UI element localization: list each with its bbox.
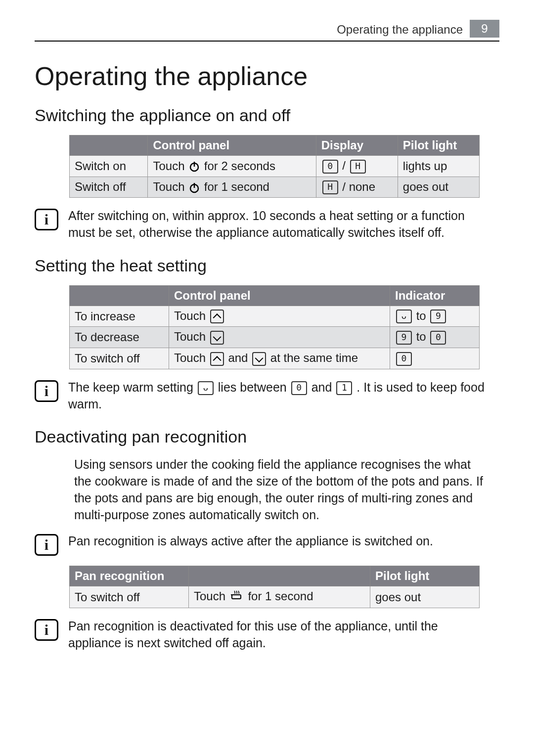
indicator-symbol-icon: 0 bbox=[430, 331, 446, 345]
display-symbol-icon: 0 bbox=[322, 160, 338, 174]
section-heat-heading: Setting the heat setting bbox=[35, 256, 499, 275]
info-note: The keep warm setting ᴗ lies between 0 a… bbox=[35, 379, 499, 413]
info-text: Pan recognition is always active after t… bbox=[68, 533, 433, 550]
indicator-symbol-icon: 1 bbox=[336, 381, 352, 395]
cell-label: To switch off bbox=[70, 348, 169, 369]
cell-label: To increase bbox=[70, 306, 169, 327]
info-icon bbox=[35, 619, 58, 641]
cell-label: To switch off bbox=[70, 586, 189, 608]
cell-display: H / none bbox=[316, 177, 398, 198]
cell-label: Switch on bbox=[70, 156, 148, 177]
keep-warm-symbol-icon: ᴗ bbox=[198, 381, 214, 395]
cell-control: Touch bbox=[169, 327, 390, 348]
indicator-symbol-icon: 9 bbox=[396, 331, 412, 345]
col-pilot-light: Pilot light bbox=[370, 566, 480, 586]
table-row: To increase Touch ᴗ to 9 bbox=[70, 306, 480, 327]
info-note: After switching on, within approx. 10 se… bbox=[35, 208, 499, 241]
display-symbol-icon: H bbox=[322, 180, 338, 194]
info-note: Pan recognition is always active after t… bbox=[35, 533, 499, 556]
cell-control: Touch for 1 second bbox=[148, 177, 316, 198]
col-blank bbox=[189, 566, 370, 586]
indicator-symbol-icon: ᴗ bbox=[396, 310, 412, 323]
chevron-down-icon bbox=[252, 352, 266, 366]
cell-pilot: goes out bbox=[398, 177, 479, 198]
chevron-up-icon bbox=[210, 352, 224, 366]
info-icon bbox=[35, 534, 58, 556]
paragraph: Using sensors under the cooking field th… bbox=[74, 456, 490, 523]
table-pan: Pan recognition Pilot light To switch of… bbox=[69, 566, 480, 608]
display-symbol-icon: H bbox=[350, 160, 366, 174]
info-note: Pan recognition is deactivated for this … bbox=[35, 618, 499, 652]
power-icon bbox=[189, 161, 200, 172]
cell-display: 0 / H bbox=[316, 156, 398, 177]
cell-indicator: 9 to 0 bbox=[390, 327, 480, 348]
col-display: Display bbox=[316, 135, 398, 156]
cell-pilot: lights up bbox=[398, 156, 479, 177]
info-text: Pan recognition is deactivated for this … bbox=[68, 618, 490, 652]
page-header: Operating the appliance 9 bbox=[35, 20, 499, 42]
power-icon bbox=[189, 182, 200, 193]
table-heat: Control panel Indicator To increase Touc… bbox=[69, 285, 480, 369]
col-blank bbox=[70, 135, 148, 156]
chevron-down-icon bbox=[210, 331, 224, 345]
info-text: The keep warm setting ᴗ lies between 0 a… bbox=[68, 379, 490, 413]
cell-control: Touch and at the same time bbox=[169, 348, 390, 369]
table-row: Switch on Touch for 2 seconds 0 / H ligh… bbox=[70, 156, 480, 177]
header-title: Operating the appliance bbox=[337, 23, 463, 38]
page-number: 9 bbox=[470, 20, 499, 38]
info-text: After switching on, within approx. 10 se… bbox=[68, 208, 490, 241]
col-indicator: Indicator bbox=[390, 285, 480, 306]
cell-control: Touch for 2 seconds bbox=[148, 156, 316, 177]
cell-label: To decrease bbox=[70, 327, 169, 348]
col-pan-recognition: Pan recognition bbox=[70, 566, 189, 586]
indicator-symbol-icon: 0 bbox=[396, 352, 412, 366]
cell-control: Touch bbox=[169, 306, 390, 327]
col-control-panel: Control panel bbox=[148, 135, 316, 156]
col-control-panel: Control panel bbox=[169, 285, 390, 306]
cell-indicator: 0 bbox=[390, 348, 480, 369]
indicator-symbol-icon: 0 bbox=[291, 381, 307, 395]
table-row: Switch off Touch for 1 second H / none g… bbox=[70, 177, 480, 198]
cell-label: Switch off bbox=[70, 177, 148, 198]
info-icon bbox=[35, 380, 58, 402]
cell-indicator: ᴗ to 9 bbox=[390, 306, 480, 327]
cell-pilot: goes out bbox=[370, 586, 480, 608]
info-icon bbox=[35, 209, 58, 230]
table-row: To switch off Touch for 1 second goes ou… bbox=[70, 586, 480, 608]
manual-page: Operating the appliance 9 Operating the … bbox=[0, 0, 534, 756]
section-pan-heading: Deactivating pan recognition bbox=[35, 427, 499, 446]
table-switching: Control panel Display Pilot light Switch… bbox=[69, 135, 480, 198]
pan-icon bbox=[230, 590, 244, 605]
col-pilot-light: Pilot light bbox=[398, 135, 479, 156]
table-row: To switch off Touch and at the same time… bbox=[70, 348, 480, 369]
table-row: To decrease Touch 9 to 0 bbox=[70, 327, 480, 348]
indicator-symbol-icon: 9 bbox=[430, 310, 446, 323]
page-title: Operating the appliance bbox=[35, 61, 499, 91]
chevron-up-icon bbox=[210, 310, 224, 323]
col-blank bbox=[70, 285, 169, 306]
section-switching-heading: Switching the appliance on and off bbox=[35, 106, 499, 125]
cell-control: Touch for 1 second bbox=[189, 586, 370, 608]
